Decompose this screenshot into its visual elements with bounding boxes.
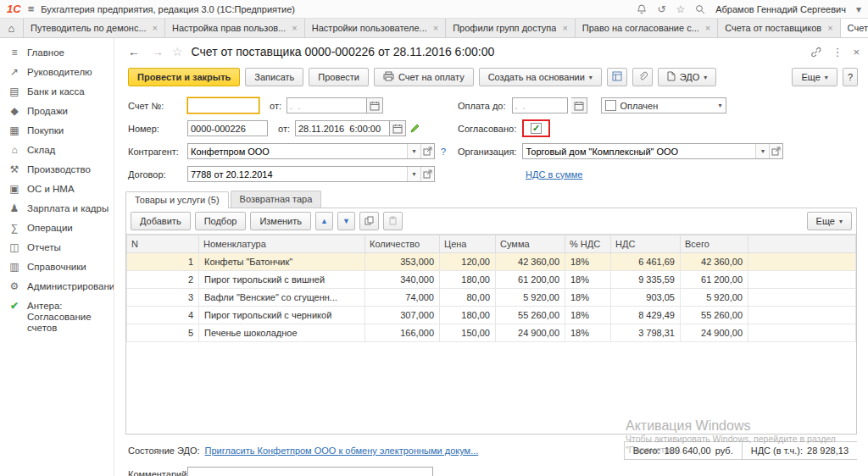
sidebar-item-bank-i-kassa[interactable]: ▤Банк и касса (0, 82, 114, 102)
contractor-help-link[interactable]: ? (441, 147, 446, 157)
contractor-open-icon[interactable] (420, 144, 434, 158)
account-no-input[interactable] (187, 97, 259, 113)
organization-open-icon[interactable] (769, 144, 782, 158)
tab-close-icon[interactable]: × (153, 23, 158, 33)
vat-in-sum-link[interactable]: НДС в сумме (526, 169, 582, 180)
sidebar-item-antera-soglasovanie[interactable]: ✔Антера: Согласование счетов (0, 296, 114, 338)
column-header-quantity[interactable]: Количество (365, 235, 440, 253)
tab-close-icon[interactable]: × (705, 23, 710, 33)
sidebar-item-administrirovanie[interactable]: ⚙Администрирование (0, 277, 114, 296)
tab-close-icon[interactable]: × (827, 23, 832, 33)
column-header-nomenclature[interactable]: Номенклатура (199, 235, 365, 253)
organization-dropdown-icon[interactable]: ▾ (755, 144, 769, 158)
contract-input[interactable] (188, 167, 407, 181)
pick-button[interactable]: Подбор (195, 212, 247, 230)
window-tab[interactable]: Настройки пользователе...× (305, 19, 446, 37)
get-link-icon[interactable] (810, 47, 821, 58)
contract-open-icon[interactable] (420, 167, 434, 181)
post-button[interactable]: Провести (309, 68, 369, 86)
paste-row-button[interactable] (383, 212, 403, 230)
history-icon[interactable]: ↺ (657, 3, 665, 15)
contractor-field: ▾ (187, 143, 435, 159)
organization-input[interactable] (523, 144, 755, 158)
sidebar-item-os-i-nma[interactable]: ▣ОС и НМА (0, 180, 114, 199)
table-row[interactable]: 5Печенье шоколадное166,000150,0024 900,0… (127, 324, 856, 342)
user-menu-chevron-icon[interactable]: ▾ (856, 3, 861, 15)
calendar-icon[interactable] (390, 120, 406, 136)
window-tab[interactable]: Настройка прав пользов...× (165, 19, 305, 37)
reports-icon-button[interactable] (607, 68, 627, 86)
add-row-button[interactable]: Добавить (131, 212, 191, 230)
sidebar-item-rukovoditelyu[interactable]: ↗Руководителю (0, 63, 114, 82)
create-based-on-button[interactable]: Создать на основании ▾ (479, 68, 602, 86)
tab-close-icon[interactable]: × (433, 23, 438, 33)
tab-close-icon[interactable]: × (292, 23, 297, 33)
invoice-for-payment-button[interactable]: Счет на оплату (374, 68, 474, 86)
favorite-star-icon[interactable]: ☆ (172, 45, 183, 58)
forward-button[interactable]: → (148, 43, 167, 60)
window-tab[interactable]: Счета от поставщиков× (718, 19, 840, 37)
edit-button[interactable]: Изменить (250, 212, 311, 230)
account-date-input[interactable] (287, 97, 367, 113)
move-up-button[interactable]: ▲ (315, 212, 333, 230)
column-header-total[interactable]: Всего (681, 235, 748, 253)
column-header-sum[interactable]: Сумма (496, 235, 565, 253)
save-button[interactable]: Записать (245, 68, 303, 86)
sidebar-item-otchety[interactable]: ◫Отчеты (0, 238, 114, 257)
column-header-vat[interactable]: НДС (611, 235, 681, 253)
sidebar-item-pokupki[interactable]: ▦Покупки (0, 121, 114, 141)
more-button[interactable]: Еще ▾ (792, 68, 837, 86)
edo-invite-link[interactable]: Пригласить Конфетпром ООО к обмену элект… (205, 446, 479, 456)
pay-until-input[interactable] (512, 97, 568, 113)
table-row[interactable]: 3Вафли "Венские" со сгущенн...74,00080,0… (127, 289, 856, 307)
back-button[interactable]: ← (125, 43, 143, 60)
tab-goods-and-services[interactable]: Товары и услуги (5) (125, 191, 229, 208)
number-input[interactable] (187, 120, 268, 136)
notifications-bell-icon[interactable] (637, 4, 647, 14)
paid-status-combo[interactable]: Оплачен ▾ (601, 97, 726, 113)
sidebar-item-prodazhi[interactable]: ◆Продажи (0, 102, 114, 121)
document-date-input[interactable] (295, 120, 390, 136)
main-menu-icon[interactable]: ≡ (28, 3, 35, 15)
home-tab[interactable]: ⌂ (0, 19, 24, 37)
column-header-n[interactable]: N (127, 235, 199, 253)
paid-checkbox[interactable] (605, 100, 616, 111)
search-icon[interactable] (695, 4, 705, 14)
current-user[interactable]: Абрамов Геннадий Сергеевич (715, 4, 846, 14)
contract-dropdown-icon[interactable]: ▾ (407, 167, 420, 181)
favorites-star-icon[interactable]: ☆ (676, 3, 685, 15)
more-dots-icon[interactable]: ⋮ (832, 46, 843, 58)
table-row[interactable]: 1Конфеты "Батончик"353,000120,0042 360,0… (127, 253, 856, 271)
move-down-button[interactable]: ▼ (337, 212, 355, 230)
column-header-price[interactable]: Цена (440, 235, 496, 253)
table-row[interactable]: 2Пирог тирольский с вишней340,000180,006… (127, 271, 856, 289)
contractor-input[interactable] (188, 144, 407, 158)
close-document-icon[interactable]: × (853, 46, 860, 58)
calendar-icon[interactable] (367, 97, 383, 113)
column-header-vat-percent[interactable]: % НДС (565, 235, 611, 253)
tab-returnable-packaging[interactable]: Возвратная тара (231, 191, 322, 208)
attachments-icon-button[interactable] (632, 68, 653, 86)
contractor-dropdown-icon[interactable]: ▾ (407, 144, 420, 158)
window-tab[interactable]: Счет от пост... 0000-000226× (841, 19, 868, 37)
window-tab[interactable]: Профили групп доступа× (446, 19, 576, 37)
post-and-close-button[interactable]: Провести и закрыть (128, 68, 240, 86)
sidebar-item-spravochniki[interactable]: ▥Справочники (0, 257, 114, 277)
sidebar-item-proizvodstvo[interactable]: ⚒Производство (0, 160, 114, 180)
sidebar-item-operacii[interactable]: ∑Операции (0, 219, 114, 238)
window-tab[interactable]: Путеводитель по демонс...× (24, 19, 165, 37)
edit-date-pencil-icon[interactable] (409, 124, 420, 134)
tab-close-icon[interactable]: × (562, 23, 567, 33)
sidebar-item-glavnoe[interactable]: ≡Главное (0, 43, 114, 63)
table-more-button[interactable]: Еще ▾ (807, 212, 852, 230)
comment-input[interactable] (187, 467, 433, 476)
sidebar-item-sklad[interactable]: ⌂Склад (0, 141, 114, 160)
help-button[interactable]: ? (843, 68, 858, 86)
sidebar-item-zarplata-i-kadry[interactable]: ♟Зарплата и кадры (0, 199, 114, 219)
approved-checkbox[interactable]: ✓ (531, 123, 542, 134)
table-row[interactable]: 4Пирог тирольский с черникой307,000180,0… (127, 307, 856, 324)
calendar-icon[interactable] (571, 97, 587, 113)
edo-button[interactable]: ЭДО ▾ (658, 68, 717, 86)
window-tab[interactable]: Право на согласование с...× (576, 19, 718, 37)
copy-row-button[interactable] (359, 212, 379, 230)
